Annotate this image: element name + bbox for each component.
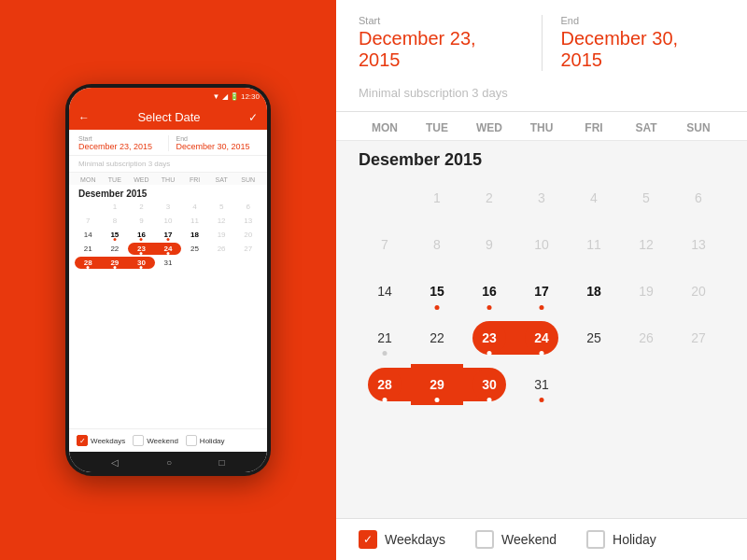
cb-weekend-box[interactable] — [475, 530, 494, 549]
phone-title: Select Date — [137, 110, 200, 124]
phone-day-29[interactable]: 29 — [102, 257, 129, 269]
phone-day-16[interactable]: 16 — [128, 229, 155, 241]
phone-start-date: December 23, 2015 — [78, 142, 161, 151]
day-23[interactable]: 23 — [463, 317, 515, 358]
phone-day-empty — [75, 201, 102, 213]
phone-day-12[interactable]: 12 — [208, 215, 235, 227]
phone-day-14[interactable]: 14 — [75, 229, 102, 241]
phone-calendar-grid[interactable]: 1 2 3 4 5 6 7 8 9 10 11 12 13 14 15 16 1… — [69, 201, 267, 269]
phone-day-15[interactable]: 15 — [102, 229, 129, 241]
phone-day-28[interactable]: 28 — [75, 257, 102, 269]
phone-day-19[interactable]: 19 — [208, 229, 235, 241]
phone-cb-weekdays[interactable]: ✓ Weekdays — [77, 435, 125, 446]
phone-checkboxes: ✓ Weekdays Weekend Holiday — [69, 428, 267, 452]
day-29[interactable]: 29 — [411, 364, 463, 405]
day-19[interactable]: 19 — [620, 271, 672, 312]
day-1[interactable]: 1 — [411, 177, 463, 218]
day-26[interactable]: 26 — [620, 317, 672, 358]
day-12[interactable]: 12 — [620, 224, 672, 265]
phone-cb-weekend-label: Weekend — [147, 437, 178, 445]
day-17[interactable]: 17 — [515, 271, 568, 312]
phone-day-11[interactable]: 11 — [181, 215, 208, 227]
day-13[interactable]: 13 — [672, 224, 725, 265]
day-18[interactable]: 18 — [568, 271, 620, 312]
phone-day-6[interactable]: 6 — [234, 201, 261, 213]
day-15[interactable]: 15 — [411, 271, 463, 312]
calendar-panel: Start December 23, 2015 End December 30,… — [336, 0, 747, 560]
check-icon[interactable]: ✓ — [248, 111, 258, 124]
back-nav-icon[interactable]: ◁ — [111, 457, 119, 468]
day-5[interactable]: 5 — [620, 177, 672, 218]
end-date[interactable]: December 30, 2015 — [561, 28, 726, 71]
cb-weekdays-box[interactable]: ✓ — [359, 530, 377, 549]
day-28[interactable]: 28 — [359, 364, 411, 405]
day-22[interactable]: 22 — [411, 317, 463, 358]
home-nav-icon[interactable]: ○ — [166, 457, 172, 468]
phone-cb-holiday-box[interactable] — [186, 435, 197, 446]
day-3[interactable]: 3 — [515, 177, 568, 218]
day-31[interactable]: 31 — [515, 364, 568, 405]
day-30[interactable]: 30 — [463, 364, 515, 405]
phone-day-30[interactable]: 30 — [128, 257, 155, 269]
phone-start-col: Start December 23, 2015 — [78, 135, 169, 151]
phone-day-23[interactable]: 23 — [128, 243, 155, 255]
day-21[interactable]: 21 — [359, 317, 411, 358]
day-24[interactable]: 24 — [515, 317, 568, 358]
phone-day-10[interactable]: 10 — [155, 215, 182, 227]
phone-day-1[interactable]: 1 — [102, 201, 129, 213]
phone-cb-weekend[interactable]: Weekend — [133, 435, 178, 446]
day-8[interactable]: 8 — [411, 224, 463, 265]
phone-day-26[interactable]: 26 — [208, 243, 235, 255]
phone-day-13[interactable]: 13 — [234, 215, 261, 227]
phone-day-8[interactable]: 8 — [102, 215, 129, 227]
phone-nav-bar: ◁ ○ □ — [69, 452, 267, 472]
recents-nav-icon[interactable]: □ — [219, 457, 225, 468]
calendar-header: Start December 23, 2015 End December 30,… — [336, 0, 747, 112]
phone-day-2[interactable]: 2 — [128, 201, 155, 213]
day-empty-2 — [568, 364, 620, 405]
phone-cb-holiday[interactable]: Holiday — [186, 435, 225, 446]
calendar-grid[interactable]: 1 2 3 4 5 6 7 8 9 10 11 12 13 14 15 16 — [359, 177, 725, 405]
day-27[interactable]: 27 — [672, 317, 725, 358]
day-9[interactable]: 9 — [463, 224, 515, 265]
phone-day-17[interactable]: 17 — [155, 229, 182, 241]
cb-weekend[interactable]: Weekend — [475, 530, 557, 549]
phone-day-24[interactable]: 24 — [155, 243, 182, 255]
phone-day-7[interactable]: 7 — [75, 215, 102, 227]
cb-weekdays[interactable]: ✓ Weekdays — [359, 530, 445, 549]
cb-weekdays-label: Weekdays — [385, 532, 445, 547]
status-icons: ▼ ◢ 🔋 12:30 — [212, 92, 260, 101]
day-7[interactable]: 7 — [359, 224, 411, 265]
cb-holiday-box[interactable] — [586, 530, 605, 549]
phone-day-9[interactable]: 9 — [128, 215, 155, 227]
day-10[interactable]: 10 — [515, 224, 568, 265]
day-4[interactable]: 4 — [568, 177, 620, 218]
phone-day-4[interactable]: 4 — [181, 201, 208, 213]
phone-end-date: December 30, 2015 — [176, 142, 259, 151]
phone-cb-weekdays-label: Weekdays — [91, 437, 125, 445]
phone-day-27[interactable]: 27 — [234, 243, 261, 255]
phone-day-22[interactable]: 22 — [102, 243, 129, 255]
phone-day-31[interactable]: 31 — [155, 257, 182, 269]
phone-cb-weekend-box[interactable] — [133, 435, 144, 446]
date-range-header: Start December 23, 2015 End December 30,… — [359, 15, 725, 71]
phone-day-20[interactable]: 20 — [234, 229, 261, 241]
cb-holiday[interactable]: Holiday — [586, 530, 656, 549]
day-11[interactable]: 11 — [568, 224, 620, 265]
phone-day-25[interactable]: 25 — [181, 243, 208, 255]
phone-cb-weekdays-box[interactable]: ✓ — [77, 435, 88, 446]
start-date[interactable]: December 23, 2015 — [359, 28, 523, 71]
day-16[interactable]: 16 — [463, 271, 515, 312]
back-icon[interactable]: ← — [78, 111, 90, 124]
day-2[interactable]: 2 — [463, 177, 515, 218]
phone-day-3[interactable]: 3 — [155, 201, 182, 213]
day-20[interactable]: 20 — [672, 271, 725, 312]
end-label: End — [561, 15, 726, 26]
day-6[interactable]: 6 — [672, 177, 725, 218]
day-25[interactable]: 25 — [568, 317, 620, 358]
phone-day-18[interactable]: 18 — [181, 229, 208, 241]
phone-wd-mon: MON — [75, 176, 102, 183]
phone-day-21[interactable]: 21 — [75, 243, 102, 255]
day-14[interactable]: 14 — [359, 271, 411, 312]
phone-day-5[interactable]: 5 — [208, 201, 235, 213]
